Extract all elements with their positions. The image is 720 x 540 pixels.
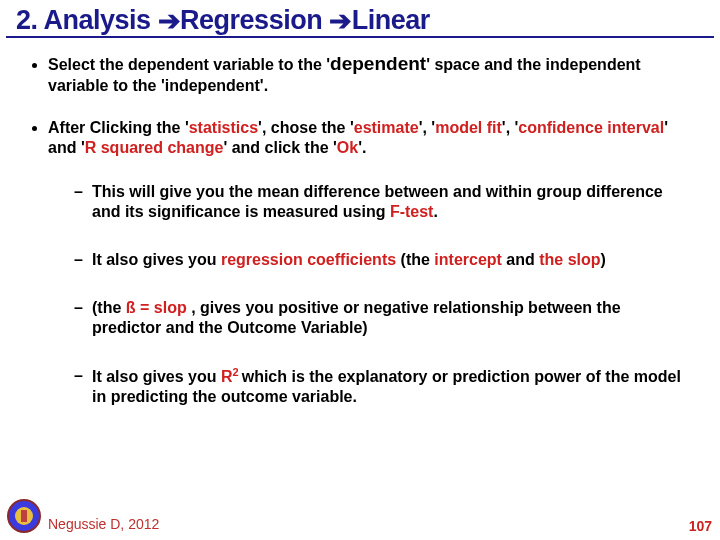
model-fit-word: model fit (435, 119, 502, 136)
r-squared-change-word: R squared change (85, 139, 224, 156)
bullet-1: Select the dependent variable to the 'de… (48, 52, 694, 96)
page-number: 107 (689, 518, 712, 534)
text: and (502, 251, 539, 268)
footer-credit: Negussie D, 2012 (48, 516, 159, 532)
university-logo-icon (6, 498, 42, 534)
text: (the (92, 299, 126, 316)
slop-word: the slop (539, 251, 600, 268)
text: ' and click the ' (223, 139, 336, 156)
statistics-word: statistics (189, 119, 258, 136)
text: It also gives you (92, 251, 221, 268)
text: '. (358, 139, 366, 156)
ok-word: Ok (337, 139, 358, 156)
dependent-word: dependent (330, 53, 426, 74)
text: ', ' (502, 119, 519, 136)
text: . (433, 203, 437, 220)
estimate-word: estimate (354, 119, 419, 136)
text: Select the dependent variable to the ' (48, 56, 330, 73)
beta-slop-word: ß = slop (126, 299, 191, 316)
bullet-2: After Clicking the 'statistics', chose t… (48, 118, 694, 407)
r-squared-sup: 2 (233, 366, 242, 378)
regression-coefficients-word: regression coefficients (221, 251, 396, 268)
slide-title: 2. Analysis ➔Regression ➔Linear (6, 0, 714, 38)
text: This will give you the mean difference b… (92, 183, 663, 220)
sub-1: This will give you the mean difference b… (74, 182, 694, 222)
slide: 2. Analysis ➔Regression ➔Linear Select t… (0, 0, 720, 540)
sub-2: It also gives you regression coefficient… (74, 250, 694, 270)
title-last: Linear (352, 5, 430, 35)
intercept-word: intercept (434, 251, 502, 268)
text: ', chose the ' (258, 119, 354, 136)
sub-list: This will give you the mean difference b… (48, 182, 694, 407)
svg-rect-2 (21, 510, 27, 522)
arrow-icon: ➔ (158, 5, 181, 37)
text: ', ' (419, 119, 436, 136)
title-prefix: 2. Analysis (16, 5, 158, 35)
r-word: R (221, 368, 233, 385)
text: ) (601, 251, 606, 268)
sub-3: (the ß = slop , gives you positive or ne… (74, 298, 694, 338)
text: (the (396, 251, 434, 268)
sub-4: It also gives you R2 which is the explan… (74, 366, 694, 407)
text: It also gives you (92, 368, 221, 385)
confidence-interval-word: confidence interval (518, 119, 664, 136)
title-mid: Regression (180, 5, 329, 35)
text: After Clicking the ' (48, 119, 189, 136)
f-test-word: F-test (390, 203, 434, 220)
bullet-list: Select the dependent variable to the 'de… (0, 52, 720, 407)
arrow-icon: ➔ (329, 5, 352, 37)
